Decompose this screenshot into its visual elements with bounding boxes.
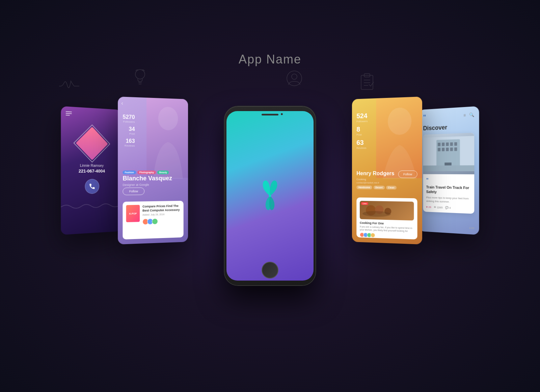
discover-card-desc: Plus more tips to keep your feet from st… — [426, 195, 471, 204]
svg-point-11 — [387, 107, 411, 135]
svg-rect-5 — [361, 75, 373, 89]
henry-reviews-label: Reviews — [356, 147, 368, 150]
iphone-device — [224, 106, 316, 285]
svg-rect-29 — [423, 165, 475, 171]
svg-rect-19 — [442, 142, 444, 146]
waveform-decoration — [61, 199, 121, 214]
tag-beauty[interactable]: Beauty — [157, 171, 169, 174]
profile-name: Blanche Vasquez — [123, 175, 172, 182]
svg-rect-18 — [438, 143, 440, 146]
henry-tags: Handsome Desert Clean — [356, 185, 396, 189]
henry-reviews: 63 — [356, 139, 368, 147]
screen-blanche: ‹ 5270 Followers 34 Post 163 Reviews Fas… — [118, 97, 188, 244]
henry-occupation: Cooking — [356, 178, 366, 181]
app-title: App Name — [239, 52, 301, 67]
discover-card-title: Train Travel On Track For Safety — [426, 185, 471, 195]
person-photo — [146, 98, 188, 178]
posts-label: Post — [123, 132, 135, 135]
search-icon[interactable]: 🔍 — [469, 112, 474, 117]
screen-henry: 524 Followers 8 Post 63 Reviews Henry Ro… — [352, 97, 422, 244]
cooking-card-desc: If you are a culinary fan, if you like t… — [360, 225, 414, 233]
henry-reviews-row: 63 Reviews — [356, 139, 368, 150]
iphone-speaker — [262, 114, 278, 115]
svg-point-10 — [158, 106, 178, 130]
svg-rect-22 — [454, 142, 457, 146]
quote-icon: " — [423, 113, 426, 121]
iphone-home-button[interactable] — [262, 262, 278, 279]
henry-followers: 524 — [356, 112, 368, 120]
contact-name: Linnie Ramsey — [61, 163, 121, 167]
svg-rect-25 — [446, 148, 449, 151]
header-actions: ≡ 🔍 — [463, 112, 474, 117]
tag-desert[interactable]: Desert — [373, 186, 384, 189]
henry-follow-button[interactable]: Follow — [398, 171, 417, 178]
back-button[interactable]: ‹ — [121, 100, 123, 106]
iphone-screen — [226, 111, 314, 281]
svg-point-4 — [292, 74, 297, 79]
discover-card: " Train Travel On Track For Safety Plus … — [423, 133, 475, 214]
menu-icon[interactable] — [66, 111, 72, 116]
card-quote-icon: " — [426, 178, 471, 184]
svg-rect-20 — [446, 142, 449, 146]
content-card: K-POP Compare Prices Find The Best Compu… — [123, 201, 183, 240]
profile-tags: Fashion Photography Beauty — [123, 171, 169, 174]
app-logo — [253, 179, 287, 213]
follow-button[interactable]: Follow — [123, 187, 144, 195]
discover-card-body: " Train Travel On Track For Safety Plus … — [423, 174, 475, 214]
screen-contact: Linnie Ramsey 221-067-4004 — [61, 106, 121, 235]
henry-followers-label: Followers — [356, 120, 368, 123]
henry-name: Henry Rodgers — [356, 171, 394, 177]
tag-clean[interactable]: Clean — [386, 186, 397, 189]
avatar-3 — [152, 218, 158, 225]
card-footer: ♥ 26 👁 2265 💬 4 — [426, 206, 471, 210]
comment-count: 💬 4 — [445, 206, 451, 210]
profile-icon — [285, 69, 304, 89]
call-button[interactable] — [85, 179, 99, 194]
henry-photo — [376, 97, 422, 178]
contact-phone: 221-067-4004 — [61, 168, 121, 174]
menu-lines-icon[interactable]: ≡ — [463, 113, 466, 118]
posts-count: 34 — [123, 126, 135, 132]
view-count: 👁 2265 — [434, 206, 443, 209]
followers-count: 5270 — [123, 114, 135, 120]
screen1-header — [61, 106, 121, 123]
cooking-av4 — [371, 233, 375, 238]
avatar-container — [77, 128, 106, 159]
card-avatars — [142, 218, 180, 225]
cooking-image: Live — [360, 201, 414, 220]
clipboard-icon — [359, 73, 375, 93]
card-badge: K-POP — [126, 205, 140, 222]
iphone-camera — [281, 113, 283, 115]
avatar-image — [76, 127, 108, 160]
followers-label: Followers — [123, 120, 135, 124]
profile-subtitle: Designer at Google — [123, 183, 149, 187]
svg-rect-21 — [450, 142, 453, 146]
discover-card-image — [423, 133, 475, 174]
screens-container: Linnie Ramsey 221-067-4004 ‹ 5270 Follow… — [34, 91, 506, 300]
reviews-count: 163 — [123, 138, 135, 144]
henry-posts: 8 — [356, 125, 368, 133]
tag-handsome[interactable]: Handsome — [356, 185, 372, 189]
henry-stats: 524 Followers 8 Post 63 Reviews — [356, 112, 368, 152]
profile-stats: 5270 Followers 34 Post 163 Reviews — [123, 114, 135, 147]
iphone-body — [224, 106, 316, 285]
cooking-card: Live Cooking For One If you are a culina… — [356, 198, 417, 239]
reviews-label: Reviews — [123, 144, 135, 148]
henry-posts-label: Post — [356, 133, 368, 136]
cooking-avatars — [360, 233, 414, 239]
svg-point-0 — [135, 70, 145, 79]
svg-rect-23 — [438, 148, 440, 151]
henry-posts-row: 8 Post — [356, 125, 368, 136]
svg-rect-27 — [454, 148, 457, 151]
like-count: ♥ 26 — [426, 206, 431, 209]
svg-point-30 — [269, 195, 271, 197]
svg-rect-24 — [442, 148, 444, 151]
lightbulb-icon — [132, 68, 148, 89]
tag-photography[interactable]: Photography — [137, 171, 156, 174]
screen-discover: " ≡ 🔍 Discover — [419, 106, 479, 235]
henry-followers-row: 524 Followers — [356, 112, 368, 123]
page-number: 1/26 — [469, 226, 475, 230]
svg-rect-26 — [450, 148, 453, 151]
henry-email: contact@market-me.fr — [356, 181, 379, 184]
tag-fashion[interactable]: Fashion — [123, 171, 136, 174]
